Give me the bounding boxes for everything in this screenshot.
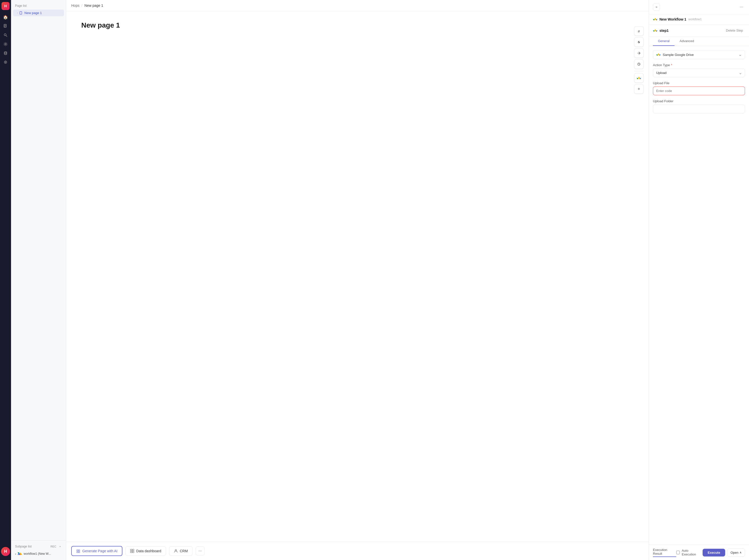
gdrive-toolbar-icon	[637, 76, 641, 80]
home-icon[interactable]: 🏠	[1, 13, 9, 21]
workflow-name: New Workflow 1	[660, 17, 686, 21]
breadcrumb-separator: /	[82, 3, 83, 7]
svg-rect-14	[77, 552, 78, 553]
page-icon	[19, 11, 23, 15]
step-gdrive-icon	[653, 28, 658, 32]
breadcrumb: Hops / New page 1	[66, 0, 649, 11]
share-toolbar-btn[interactable]	[634, 48, 644, 58]
action-type-dropdown-wrapper: Upload Download Delete List	[653, 68, 745, 77]
gdrive-icon	[18, 552, 22, 556]
datasource-gdrive-icon	[656, 53, 661, 57]
svg-point-9	[5, 62, 6, 63]
svg-rect-12	[77, 550, 78, 551]
chevron-icon: ›	[15, 552, 16, 556]
svg-rect-10	[20, 12, 22, 14]
subpage-actions: REC +	[49, 544, 62, 548]
data-dashboard-button[interactable]: Data dashboard	[125, 546, 166, 556]
app-logo[interactable]: H	[1, 2, 9, 10]
step-name: step1	[660, 28, 669, 32]
breadcrumb-parent[interactable]: Hops	[71, 3, 80, 7]
crm-button[interactable]: CRM	[169, 546, 193, 556]
tab-bar: General Advanced	[649, 37, 749, 46]
dashboard-icon	[130, 549, 134, 553]
subpage-add-btn[interactable]: +	[59, 544, 62, 548]
workflow-id: workflow1	[688, 18, 702, 21]
step-left: step1	[653, 28, 669, 32]
chevron-icon: ›	[17, 12, 18, 14]
action-type-select[interactable]: Upload Download Delete List	[653, 68, 745, 77]
database-icon[interactable]	[1, 49, 9, 57]
open-button[interactable]: Open ∧	[727, 548, 745, 557]
tab-general[interactable]: General	[653, 37, 675, 46]
chevron-up-icon: ∧	[740, 551, 742, 554]
generate-page-ai-button[interactable]: Generate Page with AI	[71, 546, 123, 556]
svg-rect-13	[79, 550, 80, 551]
floating-toolbar: #	[634, 26, 644, 94]
svg-rect-17	[132, 549, 134, 551]
svg-point-4	[4, 34, 6, 36]
bottom-bar: Generate Page with AI Data dashboard CRM…	[66, 542, 649, 560]
svg-rect-16	[130, 549, 132, 551]
subpage-rec-btn[interactable]: REC	[49, 544, 57, 548]
workflow-gdrive-icon	[653, 17, 658, 21]
lightning-toolbar-btn[interactable]	[634, 37, 644, 47]
page-area: New page 1 #	[66, 11, 649, 542]
svg-rect-19	[132, 551, 134, 553]
bottom-more-button[interactable]: ···	[196, 546, 205, 556]
upload-file-label: Upload File	[653, 81, 745, 85]
ai-icon	[76, 549, 80, 553]
right-panel-header: » ···	[649, 0, 749, 14]
main-content: Hops / New page 1 New page 1 #	[66, 0, 649, 560]
required-star: *	[671, 63, 672, 67]
settings-icon[interactable]	[1, 40, 9, 48]
more-options-button[interactable]: ···	[738, 3, 745, 10]
plugin-icon[interactable]	[1, 58, 9, 66]
icon-bar: H 🏠	[0, 0, 11, 560]
svg-point-6	[5, 44, 6, 45]
execute-button[interactable]: Execute	[703, 549, 725, 557]
subpage-item-workflow1[interactable]: › workflow1 (New W...	[11, 551, 66, 557]
svg-rect-18	[130, 551, 132, 553]
datasource-dropdown[interactable]: Sample Google Drive	[653, 50, 745, 59]
add-toolbar-btn[interactable]: +	[634, 84, 644, 94]
step-header: step1 Delete Step	[649, 25, 749, 37]
execution-result-label[interactable]: Execution Result	[653, 548, 676, 557]
workflow-info: New Workflow 1 workflow1	[649, 14, 749, 25]
panel-body: Sample Google Drive Action Type * Upload…	[649, 46, 749, 545]
upload-file-field: Upload File	[653, 81, 745, 95]
page-title: New page 1	[81, 21, 634, 29]
tab-advanced[interactable]: Advanced	[675, 37, 699, 46]
datasource-label: Sample Google Drive	[663, 53, 694, 57]
breadcrumb-current: New page 1	[85, 3, 103, 7]
page-list-label: Page list	[11, 3, 66, 9]
action-type-field: Action Type * Upload Download Delete Lis…	[653, 63, 745, 77]
upload-file-input[interactable]	[653, 87, 745, 95]
right-panel-header-left: »	[653, 3, 660, 10]
history-toolbar-btn[interactable]	[634, 60, 644, 69]
auto-execution-label: Auto Execution	[682, 549, 701, 556]
sidebar-item-new-page-1[interactable]: › New page 1	[13, 9, 64, 16]
google-toolbar-btn[interactable]	[634, 73, 644, 83]
svg-point-20	[175, 550, 177, 551]
right-panel: » ··· New Workflow 1 workflow1 step1 Del…	[649, 0, 749, 560]
subpage-list-label: Subpage list REC +	[11, 543, 66, 551]
sidebar-bottom: Subpage list REC + › workflow1 (New W...	[11, 540, 66, 557]
svg-line-5	[6, 36, 7, 37]
bottom-logo[interactable]: H	[1, 547, 10, 556]
hash-toolbar-btn[interactable]: #	[634, 26, 644, 36]
svg-rect-15	[79, 552, 80, 553]
upload-folder-field: Upload Folder	[653, 99, 745, 113]
svg-point-7	[4, 52, 7, 53]
file-icon[interactable]	[1, 22, 9, 30]
execution-bar: Execution Result Auto Execution Execute …	[649, 545, 749, 560]
auto-execution-area: Auto Execution Execute Open ∧	[676, 548, 745, 557]
action-type-label: Action Type *	[653, 63, 745, 67]
crm-icon	[174, 549, 178, 553]
delete-step-button[interactable]: Delete Step	[724, 27, 745, 33]
sidebar: Page list › New page 1 Subpage list REC …	[11, 0, 66, 560]
upload-folder-input[interactable]	[653, 105, 745, 113]
collapse-button[interactable]: »	[653, 3, 660, 10]
auto-execution-checkbox[interactable]	[676, 551, 680, 555]
search-icon[interactable]	[1, 31, 9, 39]
upload-folder-label: Upload Folder	[653, 99, 745, 103]
